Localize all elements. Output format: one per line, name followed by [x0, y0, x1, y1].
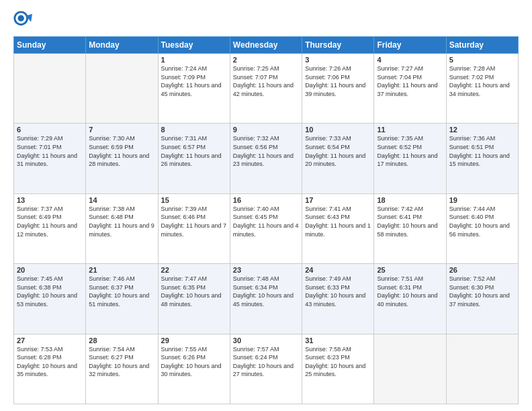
calendar-week-row: 13Sunrise: 7:37 AMSunset: 6:49 PMDayligh… — [14, 193, 519, 263]
page: SundayMondayTuesdayWednesdayThursdayFrid… — [0, 0, 532, 411]
calendar-day-header: Sunday — [14, 37, 86, 54]
day-info: Sunrise: 7:26 AMSunset: 7:06 PMDaylight:… — [305, 64, 371, 98]
calendar-week-row: 1Sunrise: 7:24 AMSunset: 7:09 PMDaylight… — [14, 54, 519, 124]
day-info: Sunrise: 7:39 AMSunset: 6:46 PMDaylight:… — [161, 205, 227, 238]
calendar-cell: 8Sunrise: 7:31 AMSunset: 6:57 PMDaylight… — [158, 124, 230, 193]
day-number: 22 — [161, 266, 227, 274]
header — [13, 11, 519, 30]
calendar-cell: 20Sunrise: 7:45 AMSunset: 6:38 PMDayligh… — [14, 264, 86, 334]
calendar-cell: 9Sunrise: 7:32 AMSunset: 6:56 PMDaylight… — [230, 124, 302, 193]
day-info: Sunrise: 7:58 AMSunset: 6:23 PMDaylight:… — [305, 345, 371, 379]
calendar-cell: 31Sunrise: 7:58 AMSunset: 6:23 PMDayligh… — [302, 334, 374, 404]
day-number: 5 — [449, 56, 515, 64]
day-info: Sunrise: 7:31 AMSunset: 6:57 PMDaylight:… — [161, 134, 227, 168]
calendar-cell: 17Sunrise: 7:41 AMSunset: 6:43 PMDayligh… — [302, 193, 374, 263]
day-number: 15 — [161, 196, 227, 204]
day-number: 26 — [449, 266, 515, 274]
day-number: 4 — [377, 56, 443, 64]
day-number: 21 — [89, 266, 154, 274]
calendar-cell: 28Sunrise: 7:54 AMSunset: 6:27 PMDayligh… — [86, 334, 158, 404]
day-number: 13 — [17, 196, 83, 204]
calendar-table: SundayMondayTuesdayWednesdayThursdayFrid… — [13, 36, 519, 404]
calendar-cell: 7Sunrise: 7:30 AMSunset: 6:59 PMDaylight… — [86, 124, 158, 193]
day-number: 10 — [305, 126, 371, 134]
calendar-cell: 1Sunrise: 7:24 AMSunset: 7:09 PMDaylight… — [158, 54, 230, 124]
calendar-cell — [14, 54, 86, 124]
day-number: 30 — [233, 336, 299, 345]
day-number: 11 — [377, 126, 443, 134]
day-number: 28 — [89, 336, 154, 345]
calendar-cell: 12Sunrise: 7:36 AMSunset: 6:51 PMDayligh… — [446, 124, 518, 193]
day-number: 29 — [161, 336, 227, 345]
day-number: 12 — [449, 126, 515, 134]
calendar-cell: 27Sunrise: 7:53 AMSunset: 6:28 PMDayligh… — [14, 334, 86, 404]
day-number: 17 — [305, 196, 371, 204]
day-info: Sunrise: 7:35 AMSunset: 6:52 PMDaylight:… — [377, 134, 443, 168]
day-info: Sunrise: 7:40 AMSunset: 6:45 PMDaylight:… — [233, 205, 299, 238]
day-number: 23 — [233, 266, 299, 274]
calendar-cell: 6Sunrise: 7:29 AMSunset: 7:01 PMDaylight… — [14, 124, 86, 193]
calendar-day-header: Wednesday — [230, 37, 302, 54]
calendar-cell: 19Sunrise: 7:44 AMSunset: 6:40 PMDayligh… — [446, 193, 518, 263]
day-info: Sunrise: 7:41 AMSunset: 6:43 PMDaylight:… — [305, 205, 371, 238]
calendar-cell: 22Sunrise: 7:47 AMSunset: 6:35 PMDayligh… — [158, 264, 230, 334]
day-info: Sunrise: 7:38 AMSunset: 6:48 PMDaylight:… — [89, 205, 154, 238]
day-number: 8 — [161, 126, 227, 134]
calendar-day-header: Monday — [86, 37, 158, 54]
day-info: Sunrise: 7:55 AMSunset: 6:26 PMDaylight:… — [161, 345, 227, 379]
calendar-cell: 18Sunrise: 7:42 AMSunset: 6:41 PMDayligh… — [374, 193, 446, 263]
calendar-cell: 25Sunrise: 7:51 AMSunset: 6:31 PMDayligh… — [374, 264, 446, 334]
day-info: Sunrise: 7:32 AMSunset: 6:56 PMDaylight:… — [233, 134, 299, 168]
day-number: 24 — [305, 266, 371, 274]
day-info: Sunrise: 7:44 AMSunset: 6:40 PMDaylight:… — [449, 205, 515, 238]
day-info: Sunrise: 7:52 AMSunset: 6:30 PMDaylight:… — [449, 275, 515, 308]
calendar-cell: 21Sunrise: 7:46 AMSunset: 6:37 PMDayligh… — [86, 264, 158, 334]
day-info: Sunrise: 7:24 AMSunset: 7:09 PMDaylight:… — [161, 64, 227, 98]
day-number: 6 — [17, 126, 83, 134]
calendar-cell: 13Sunrise: 7:37 AMSunset: 6:49 PMDayligh… — [14, 193, 86, 263]
logo-icon — [13, 11, 32, 30]
calendar-cell: 16Sunrise: 7:40 AMSunset: 6:45 PMDayligh… — [230, 193, 302, 263]
calendar-cell: 2Sunrise: 7:25 AMSunset: 7:07 PMDaylight… — [230, 54, 302, 124]
day-number: 25 — [377, 266, 443, 274]
day-info: Sunrise: 7:28 AMSunset: 7:02 PMDaylight:… — [449, 64, 515, 98]
day-info: Sunrise: 7:37 AMSunset: 6:49 PMDaylight:… — [17, 205, 83, 238]
day-number: 7 — [89, 126, 154, 134]
day-info: Sunrise: 7:30 AMSunset: 6:59 PMDaylight:… — [89, 134, 154, 168]
day-number: 27 — [17, 336, 83, 345]
day-info: Sunrise: 7:25 AMSunset: 7:07 PMDaylight:… — [233, 64, 299, 98]
calendar-cell: 29Sunrise: 7:55 AMSunset: 6:26 PMDayligh… — [158, 334, 230, 404]
day-number: 31 — [305, 336, 371, 345]
day-number: 16 — [233, 196, 299, 204]
day-info: Sunrise: 7:45 AMSunset: 6:38 PMDaylight:… — [17, 275, 83, 308]
day-number: 19 — [449, 196, 515, 204]
day-number: 9 — [233, 126, 299, 134]
calendar-day-header: Tuesday — [158, 37, 230, 54]
day-info: Sunrise: 7:42 AMSunset: 6:41 PMDaylight:… — [377, 205, 443, 238]
day-info: Sunrise: 7:54 AMSunset: 6:27 PMDaylight:… — [89, 345, 154, 379]
day-info: Sunrise: 7:57 AMSunset: 6:24 PMDaylight:… — [233, 345, 299, 379]
day-number: 18 — [377, 196, 443, 204]
calendar-day-header: Saturday — [446, 37, 518, 54]
logo — [13, 11, 35, 30]
calendar-cell: 11Sunrise: 7:35 AMSunset: 6:52 PMDayligh… — [374, 124, 446, 193]
calendar-cell: 23Sunrise: 7:48 AMSunset: 6:34 PMDayligh… — [230, 264, 302, 334]
calendar-header-row: SundayMondayTuesdayWednesdayThursdayFrid… — [14, 37, 519, 54]
day-number: 14 — [89, 196, 154, 204]
day-info: Sunrise: 7:36 AMSunset: 6:51 PMDaylight:… — [449, 134, 515, 168]
calendar-cell: 30Sunrise: 7:57 AMSunset: 6:24 PMDayligh… — [230, 334, 302, 404]
day-info: Sunrise: 7:33 AMSunset: 6:54 PMDaylight:… — [305, 134, 371, 168]
calendar-cell: 26Sunrise: 7:52 AMSunset: 6:30 PMDayligh… — [446, 264, 518, 334]
calendar-cell: 3Sunrise: 7:26 AMSunset: 7:06 PMDaylight… — [302, 54, 374, 124]
calendar-week-row: 27Sunrise: 7:53 AMSunset: 6:28 PMDayligh… — [14, 334, 519, 404]
day-info: Sunrise: 7:47 AMSunset: 6:35 PMDaylight:… — [161, 275, 227, 308]
day-number: 3 — [305, 56, 371, 64]
calendar-cell — [374, 334, 446, 404]
calendar-cell: 5Sunrise: 7:28 AMSunset: 7:02 PMDaylight… — [446, 54, 518, 124]
calendar-day-header: Thursday — [302, 37, 374, 54]
day-number: 1 — [161, 56, 227, 64]
svg-point-1 — [18, 15, 24, 21]
day-info: Sunrise: 7:48 AMSunset: 6:34 PMDaylight:… — [233, 275, 299, 308]
day-info: Sunrise: 7:29 AMSunset: 7:01 PMDaylight:… — [17, 134, 83, 168]
day-info: Sunrise: 7:49 AMSunset: 6:33 PMDaylight:… — [305, 275, 371, 308]
